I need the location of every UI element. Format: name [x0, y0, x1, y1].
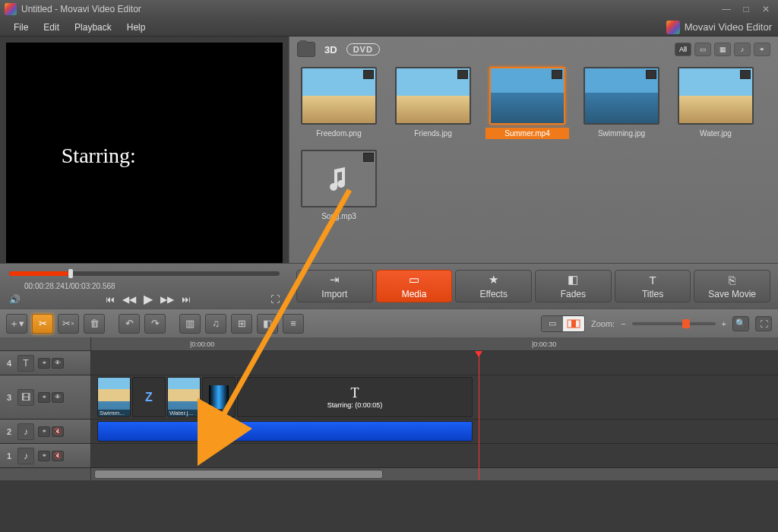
media-item[interactable]: Song.mp3: [297, 150, 381, 222]
view-mode-a-icon[interactable]: ▭: [542, 316, 563, 331]
tool-b-button[interactable]: ♫: [205, 314, 226, 334]
tab-import[interactable]: ⇥Import: [296, 270, 373, 302]
track-visibility-icon[interactable]: 👁: [52, 392, 64, 403]
3d-button[interactable]: 3D: [324, 44, 337, 55]
timeline-audio-clip[interactable]: [97, 421, 473, 442]
media-area: 3D DVD All ▭ ▦ ♪ ⚭ Freedom.png Friends.j…: [289, 36, 778, 263]
skip-forward-button[interactable]: ⏭: [182, 294, 191, 305]
tab-media[interactable]: ▭Media: [376, 270, 453, 302]
timeline-toolbar: ＋▾ ✂ ✂× 🗑 ↶ ↷ ▥ ♫ ⊞ ◧ ≡ ▭ Zoom: − + 🔍 ⛶: [0, 309, 778, 337]
media-item-label: Song.mp3: [297, 211, 381, 222]
zoom-out-button[interactable]: −: [621, 319, 625, 328]
snapshot-button[interactable]: ⛶: [270, 294, 280, 305]
skip-back-button[interactable]: ⏮: [106, 294, 115, 305]
seek-slider[interactable]: [9, 271, 280, 276]
tab-titles[interactable]: TTitles: [615, 270, 691, 302]
filter-link-icon[interactable]: ⚭: [754, 43, 770, 56]
preview-pane: Starring:: [0, 36, 289, 263]
frame-forward-button[interactable]: ▶▶: [160, 294, 174, 305]
play-button[interactable]: ▶: [144, 292, 153, 306]
tab-fades[interactable]: ◧Fades: [535, 270, 612, 302]
timeline-view-toggle[interactable]: ▭: [541, 315, 585, 332]
menu-help[interactable]: Help: [119, 22, 153, 33]
time-current: 00:00:28.241: [24, 282, 68, 290]
redo-button[interactable]: ↷: [144, 314, 166, 334]
split-clip-button[interactable]: ✂: [32, 314, 53, 334]
tool-c-button[interactable]: ⊞: [231, 314, 252, 334]
volume-icon[interactable]: 🔊: [9, 294, 26, 305]
tool-a-button[interactable]: ▥: [179, 314, 201, 334]
track-body[interactable]: [91, 444, 778, 467]
media-item-label: Freedom.png: [297, 128, 381, 139]
tool-e-button[interactable]: ≡: [283, 314, 304, 334]
playhead[interactable]: [479, 351, 479, 480]
track-mute-icon[interactable]: 🔇: [52, 426, 64, 437]
track-row: 3 🎞 ⚭👁 Swimm... Z Water.j... T Starring:…: [0, 375, 778, 420]
timeline-transition[interactable]: [202, 377, 236, 417]
zoom-slider[interactable]: [632, 322, 716, 325]
delete-button[interactable]: 🗑: [84, 314, 105, 334]
media-item-label: Swimming.jpg: [580, 128, 663, 139]
timeline-transition[interactable]: Z: [132, 377, 166, 417]
timeline-ruler[interactable]: |0:00:00 |0:00:30: [0, 337, 778, 351]
track-link-icon[interactable]: ⚭: [38, 358, 50, 369]
filter-image-icon[interactable]: ▦: [714, 43, 731, 56]
track-body[interactable]: [91, 420, 778, 443]
frame-back-button[interactable]: ◀◀: [122, 294, 136, 305]
timeline-scrollbar[interactable]: [91, 468, 778, 480]
cut-button[interactable]: ✂×: [58, 314, 79, 334]
tab-effects[interactable]: ★Effects: [455, 270, 532, 302]
menu-edit[interactable]: Edit: [36, 22, 67, 33]
titles-icon: T: [649, 274, 656, 287]
track-body[interactable]: Swimm... Z Water.j... T Starring: (0:00:…: [91, 375, 778, 419]
track-link-icon[interactable]: ⚭: [38, 392, 50, 403]
media-item[interactable]: Water.jpg: [674, 67, 757, 139]
media-item[interactable]: Freedom.png: [297, 67, 381, 139]
view-mode-b-icon[interactable]: [563, 316, 584, 331]
zoom-fit-button[interactable]: 🔍: [732, 316, 749, 331]
timeline-clip[interactable]: Swimm...: [97, 377, 131, 417]
preview-overlay-text: Starring:: [62, 144, 136, 168]
zoom-in-button[interactable]: +: [722, 319, 726, 328]
track-link-icon[interactable]: ⚭: [38, 426, 50, 437]
track-row: 4 T ⚭👁: [0, 351, 778, 375]
brand-label: Movavi Video Editor: [666, 21, 772, 34]
track-row: 2 ♪ ⚭🔇: [0, 420, 778, 444]
fullscreen-button[interactable]: ⛶: [755, 316, 772, 331]
tool-d-button[interactable]: ◧: [257, 314, 278, 334]
track-mute-icon[interactable]: 🔇: [52, 451, 64, 461]
timeline-text-clip[interactable]: T Starring: (0:00:05): [237, 377, 473, 417]
close-button[interactable]: ✕: [758, 4, 773, 14]
undo-button[interactable]: ↶: [119, 314, 140, 334]
media-thumbnails: Freedom.png Friends.jpg Summer.mp4 Swimm…: [289, 62, 778, 226]
open-folder-button[interactable]: [297, 42, 315, 57]
dvd-button[interactable]: DVD: [346, 43, 380, 55]
minimize-button[interactable]: —: [719, 4, 734, 14]
track-visibility-icon[interactable]: 👁: [52, 358, 64, 369]
track-link-icon[interactable]: ⚭: [38, 451, 50, 461]
media-item[interactable]: Summer.mp4: [485, 67, 569, 139]
add-track-button[interactable]: ＋▾: [6, 314, 27, 334]
media-item[interactable]: Swimming.jpg: [580, 67, 663, 139]
filter-all-button[interactable]: All: [675, 43, 691, 56]
zoom-label: Zoom:: [591, 319, 615, 328]
maximize-button[interactable]: □: [738, 4, 754, 14]
filter-video-icon[interactable]: ▭: [694, 43, 711, 56]
audio-track-icon: ♪: [17, 423, 34, 440]
timeline-clip[interactable]: Water.j...: [167, 377, 201, 417]
brand-icon: [666, 21, 680, 34]
menu-file[interactable]: File: [6, 22, 36, 33]
tab-save-movie[interactable]: ⎘Save Movie: [694, 270, 770, 302]
media-icon: ▭: [409, 273, 419, 287]
title-bar: Untitled - Movavi Video Editor — □ ✕: [0, 0, 778, 18]
track-row: 1 ♪ ⚭🔇: [0, 444, 778, 468]
save-icon: ⎘: [729, 274, 735, 287]
media-toolbar: 3D DVD All ▭ ▦ ♪ ⚭: [289, 36, 778, 62]
app-icon: [5, 3, 17, 15]
media-item[interactable]: Friends.jpg: [391, 67, 475, 139]
filter-audio-icon[interactable]: ♪: [734, 43, 751, 56]
preview-video[interactable]: Starring:: [6, 43, 283, 263]
svg-rect-1: [571, 320, 576, 328]
playback-bar: 00:00:28.241 / 00:03:20.568 🔊 ⏮ ◀◀ ▶ ▶▶ …: [0, 263, 778, 309]
menu-playback[interactable]: Playback: [67, 22, 119, 33]
